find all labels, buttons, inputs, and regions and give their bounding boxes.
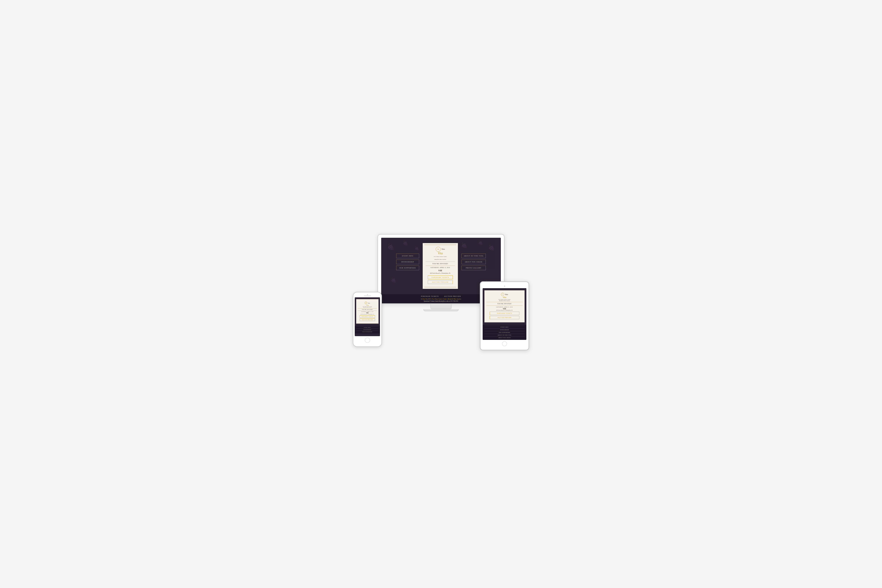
tablet-nav-supporters[interactable]: Our Supporters <box>484 331 525 334</box>
footer-contact: Questions? Contact Jamie.Roche@fccc.edu … <box>388 300 494 302</box>
card-venue: VIE <box>426 269 455 272</box>
tablet-card: In Vino Vita Fox Chase Cancer Center Ben… <box>484 290 525 322</box>
logo-vino: Vino <box>441 248 445 250</box>
tablet-frame: In Vino Vita Fox Chase Cancer Center Ben… <box>480 281 529 350</box>
phone-btn-auction[interactable]: Auction Preview <box>360 318 375 321</box>
tablet-logo-vita: Vita <box>486 296 523 299</box>
nav-event-info[interactable]: Event Info <box>396 254 419 258</box>
card-subtitle-2: Benefit & Wine Auction <box>426 259 455 260</box>
tablet-nav-event-info[interactable]: Event Info <box>484 326 525 328</box>
nav-sponsorship[interactable]: Sponsorship <box>396 260 419 264</box>
card-auction-preview[interactable]: Auction Preview <box>428 280 453 284</box>
website-main: Event Info Sponsorship Our Supporters In… <box>388 243 494 289</box>
card-invited: You're Invited! <box>426 263 455 264</box>
card-address: 600 North Broad St., Philadelphia, PA. <box>426 273 455 274</box>
phone-camera <box>367 294 368 295</box>
phone-logo-vita: Vita <box>358 304 377 306</box>
card-purchase-tickets[interactable]: Purchase Tickets <box>428 276 453 279</box>
tablet-nav-about-invv[interactable]: About In Vino Vita <box>484 334 525 336</box>
tablet-subtitle: Fox Chase Cancer Center <box>486 299 523 300</box>
card-subtitle-1: Fox Chase Cancer Center <box>426 256 455 257</box>
phone-divider-1 <box>358 308 377 309</box>
phone-card: In Vino Vita Fox Chase Cancer Center Ben… <box>356 299 378 324</box>
tablet-device: In Vino Vita Fox Chase Cancer Center Ben… <box>480 281 529 350</box>
phone-venue: VIE <box>358 312 377 314</box>
nav-our-supporters[interactable]: Our Supporters <box>396 266 419 270</box>
phone-logo: In Vino Vita <box>358 301 377 306</box>
footer-top-links: Purchase Tickets Auction Preview <box>388 296 494 297</box>
phone-screen: In Vino Vita Fox Chase Cancer Center Ben… <box>355 297 380 336</box>
monitor-stand <box>430 304 452 309</box>
nav-about-fox-chase[interactable]: About Fox Chase <box>462 260 486 264</box>
phone-logo-circle: In <box>364 302 367 304</box>
footer-bottom: In Fino Vita 2016 | Fox Chase Cancer Cen… <box>388 298 494 302</box>
tablet-website: In Vino Vita Fox Chase Cancer Center Ben… <box>483 288 526 325</box>
tablet-invited: You're Invited! <box>486 303 523 304</box>
phone-frame: In Vino Vita Fox Chase Cancer Center Ben… <box>353 292 382 347</box>
footer-link-tickets[interactable]: Purchase Tickets <box>421 296 439 297</box>
card-date: Saturday, April 9, 2016 <box>426 267 455 268</box>
left-nav: Event Info Sponsorship Our Supporters <box>396 243 419 270</box>
phone-device: In Vino Vita Fox Chase Cancer Center Ben… <box>353 292 382 347</box>
nav-about-invv[interactable]: About In Vino Vita <box>462 254 486 258</box>
tablet-camera <box>504 285 505 287</box>
phone-logo-vino: Vino <box>368 303 370 304</box>
tablet-address: 600 North Broad St., Philadelphia, PA. <box>486 310 523 311</box>
logo-circle: In <box>436 247 441 252</box>
invitation-card: In Vino Vita Fox Chase Cancer Center Ben… <box>423 243 458 289</box>
card-logo: In Vino Vita <box>426 247 455 255</box>
phone-website: In Vino Vita Fox Chase Cancer Center Ben… <box>355 297 380 326</box>
phone-address: 600 North Broad St., Philadelphia, PA. <box>358 314 377 315</box>
phone-divider-2 <box>358 310 377 311</box>
monitor-base <box>423 309 459 311</box>
tablet-home-button[interactable] <box>502 341 507 346</box>
phone-speaker <box>364 296 371 296</box>
tablet-screen: In Vino Vita Fox Chase Cancer Center Ben… <box>483 288 526 340</box>
phone-btn-tickets[interactable]: Purchase Tickets <box>360 315 375 318</box>
tablet-venue: VIE <box>486 308 523 310</box>
phone-invited: You're Invited! <box>358 309 377 310</box>
tablet-logo-vino: Vino <box>505 294 508 296</box>
phone-subtitle2: Benefit & Wine Auction <box>358 307 377 308</box>
phone-nav-event-info[interactable]: Event Info <box>356 327 378 328</box>
tablet-btn-auction[interactable]: Auction Preview <box>490 316 519 319</box>
tablet-btn-tickets[interactable]: Purchase Tickets <box>490 312 519 315</box>
tablet-date: Saturday, April 9, 2016 <box>486 306 523 308</box>
phone-footer: Event Info Sponsorship Our Supporters <box>355 326 380 333</box>
footer-link-auction[interactable]: Auction Preview <box>444 296 461 297</box>
tablet-divider-1 <box>486 302 523 302</box>
tablet-nav-about-fox[interactable]: About Fox Chase <box>484 336 525 339</box>
right-nav: About In Vino Vita About Fox Chase Photo… <box>462 243 486 270</box>
logo-vita: Vita <box>426 252 455 255</box>
card-divider-mid <box>426 266 455 266</box>
footer-info: In Fino Vita 2016 | Fox Chase Cancer Cen… <box>388 298 494 300</box>
tablet-logo: In Vino Vita <box>486 292 523 299</box>
tablet-subtitle2: Benefit & Wine Auction <box>486 300 523 301</box>
phone-nav-supporters[interactable]: Our Supporters <box>356 331 378 333</box>
phone-nav-sponsorship[interactable]: Sponsorship <box>356 328 378 331</box>
scene: 🍇 🍇 🍇 🍇 🍇 🍇 🍇 🍇 Event Info Spo <box>353 234 529 354</box>
tablet-nav-sponsorship[interactable]: Sponsorship <box>484 328 525 331</box>
card-divider-top <box>426 261 455 262</box>
phone-home-button[interactable] <box>365 338 370 343</box>
nav-photo-gallery[interactable]: Photo Gallery <box>462 266 486 270</box>
tablet-footer: Event Info Sponsorship Our Supporters Ab… <box>483 325 526 340</box>
tablet-logo-circle: In <box>501 293 504 296</box>
